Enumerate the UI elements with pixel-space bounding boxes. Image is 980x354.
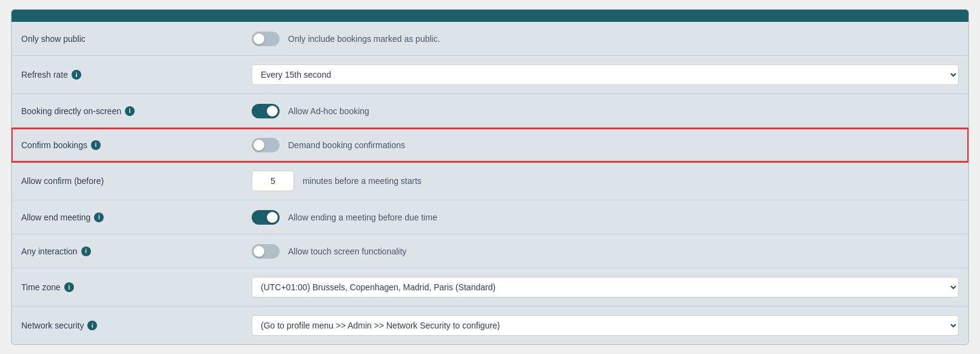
- select-network-security[interactable]: (Go to profile menu >> Admin >> Network …: [252, 315, 959, 336]
- label-booking-directly-on-screen: Booking directly on-screeni: [21, 106, 252, 116]
- toggle-booking-directly-on-screen[interactable]: [252, 104, 280, 118]
- label-text-allow-confirm-before: Allow confirm (before): [21, 176, 104, 186]
- toggle-slider-allow-end-meeting: [252, 210, 280, 225]
- label-text-network-security: Network security: [21, 321, 84, 330]
- info-icon-booking-directly-on-screen[interactable]: i: [125, 106, 135, 116]
- description-only-show-public: Only include bookings marked as public.: [288, 34, 440, 44]
- control-confirm-bookings: Demand booking confirmations: [252, 138, 959, 152]
- info-icon-refresh-rate[interactable]: i: [72, 70, 81, 80]
- description-any-interaction: Allow touch screen functionality: [288, 247, 406, 256]
- control-time-zone: (UTC+01:00) Brussels, Copenhagen, Madrid…: [252, 277, 959, 298]
- setting-row-time-zone: Time zonei(UTC+01:00) Brussels, Copenhag…: [12, 268, 968, 307]
- toggle-confirm-bookings[interactable]: [252, 138, 280, 152]
- setting-row-any-interaction: Any interactioniAllow touch screen funct…: [12, 234, 968, 268]
- toggle-only-show-public[interactable]: [252, 32, 280, 46]
- label-text-refresh-rate: Refresh rate: [21, 70, 68, 80]
- setting-row-allow-end-meeting: Allow end meetingiAllow ending a meeting…: [12, 200, 968, 234]
- number-input-allow-confirm-before[interactable]: [252, 171, 294, 191]
- setting-row-confirm-bookings: Confirm bookingsiDemand booking confirma…: [12, 128, 968, 162]
- info-icon-any-interaction[interactable]: i: [81, 247, 91, 256]
- toggle-slider-confirm-bookings: [252, 138, 280, 152]
- setting-row-only-show-public: Only show publicOnly include bookings ma…: [12, 22, 968, 56]
- description-booking-directly-on-screen: Allow Ad-hoc booking: [288, 106, 369, 116]
- label-allow-confirm-before: Allow confirm (before): [21, 176, 252, 186]
- info-icon-network-security[interactable]: i: [87, 321, 97, 330]
- label-text-time-zone: Time zone: [21, 282, 61, 292]
- setting-row-allow-confirm-before: Allow confirm (before)minutes before a m…: [12, 162, 968, 200]
- settings-body: Only show publicOnly include bookings ma…: [12, 22, 968, 344]
- description-allow-end-meeting: Allow ending a meeting before due time: [288, 213, 437, 222]
- label-text-confirm-bookings: Confirm bookings: [21, 140, 87, 150]
- toggle-allow-end-meeting[interactable]: [252, 210, 280, 225]
- label-text-any-interaction: Any interaction: [21, 247, 78, 256]
- label-confirm-bookings: Confirm bookingsi: [21, 140, 252, 150]
- label-time-zone: Time zonei: [21, 282, 252, 292]
- info-icon-time-zone[interactable]: i: [64, 282, 74, 292]
- control-allow-end-meeting: Allow ending a meeting before due time: [252, 210, 959, 225]
- info-icon-allow-end-meeting[interactable]: i: [94, 213, 104, 222]
- setting-row-refresh-rate: Refresh rateiEvery 5th secondEvery 10th …: [12, 56, 968, 94]
- control-only-show-public: Only include bookings marked as public.: [252, 32, 959, 46]
- select-time-zone[interactable]: (UTC+01:00) Brussels, Copenhagen, Madrid…: [252, 277, 959, 298]
- panel-header: [12, 10, 968, 22]
- label-network-security: Network securityi: [21, 321, 252, 330]
- setting-row-booking-directly-on-screen: Booking directly on-screeniAllow Ad-hoc …: [12, 94, 968, 128]
- toggle-slider-booking-directly-on-screen: [252, 104, 280, 118]
- setting-row-network-security: Network securityi(Go to profile menu >> …: [12, 307, 968, 344]
- label-any-interaction: Any interactioni: [21, 247, 252, 256]
- label-text-allow-end-meeting: Allow end meeting: [21, 213, 90, 222]
- label-text-booking-directly-on-screen: Booking directly on-screen: [21, 106, 121, 116]
- control-refresh-rate: Every 5th secondEvery 10th secondEvery 1…: [252, 64, 959, 85]
- label-text-only-show-public: Only show public: [21, 34, 86, 44]
- control-booking-directly-on-screen: Allow Ad-hoc booking: [252, 104, 959, 118]
- select-refresh-rate[interactable]: Every 5th secondEvery 10th secondEvery 1…: [252, 64, 959, 85]
- info-icon-confirm-bookings[interactable]: i: [91, 140, 101, 150]
- control-any-interaction: Allow touch screen functionality: [252, 244, 959, 259]
- label-only-show-public: Only show public: [21, 34, 252, 44]
- description-confirm-bookings: Demand booking confirmations: [288, 140, 405, 150]
- toggle-slider-only-show-public: [252, 32, 280, 46]
- advanced-settings-panel: Only show publicOnly include bookings ma…: [11, 9, 969, 345]
- toggle-any-interaction[interactable]: [252, 244, 280, 259]
- toggle-slider-any-interaction: [252, 244, 280, 259]
- description-allow-confirm-before: minutes before a meeting starts: [303, 176, 421, 186]
- label-allow-end-meeting: Allow end meetingi: [21, 213, 252, 222]
- control-allow-confirm-before: minutes before a meeting starts: [252, 171, 959, 191]
- label-refresh-rate: Refresh ratei: [21, 70, 252, 80]
- control-network-security: (Go to profile menu >> Admin >> Network …: [252, 315, 959, 336]
